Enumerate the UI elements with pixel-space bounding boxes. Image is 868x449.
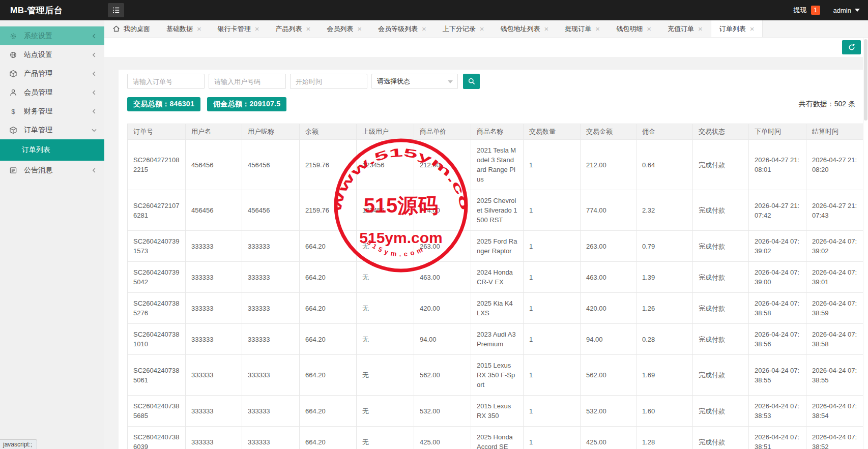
gear-icon xyxy=(9,32,17,40)
table-cell: 无 xyxy=(357,231,414,262)
table-cell: 420.00 xyxy=(581,293,636,324)
tab-updown-records[interactable]: 上下分记录× xyxy=(435,20,493,37)
table-cell: 664.20 xyxy=(300,396,357,427)
user-menu[interactable]: admin xyxy=(833,7,860,14)
table-cell: 94.00 xyxy=(414,324,471,355)
tab-bank-card[interactable]: 银行卡管理× xyxy=(210,20,268,37)
search-button[interactable] xyxy=(463,74,480,89)
table-cell: 1.28 xyxy=(636,427,693,449)
table-cell: 2025 Ford Ranger Raptor xyxy=(471,231,524,262)
tab-wallet-details[interactable]: 钱包明细× xyxy=(608,20,659,37)
table-cell: SC26042407385061 xyxy=(128,355,186,396)
table-cell: 456456 xyxy=(242,190,300,231)
table-row: SC26042407385685333333333333664.20无532.0… xyxy=(128,396,863,427)
tab-close-icon[interactable]: × xyxy=(255,25,259,33)
tab-label: 充值订单 xyxy=(668,24,694,34)
sidebar-item-site-settings[interactable]: 站点设置 xyxy=(0,45,104,64)
refresh-button[interactable] xyxy=(842,40,861,54)
table-cell: 1 xyxy=(524,231,581,262)
tab-desktop[interactable]: 我的桌面 xyxy=(104,20,158,37)
tab-close-icon[interactable]: × xyxy=(480,25,484,33)
table-cell: 0.64 xyxy=(636,140,693,190)
sidebar-menu: 系统设置站点设置产品管理会员管理$财务管理订单管理订单列表公告消息 xyxy=(0,26,104,179)
table-header-row: 订单号用户名用户昵称余额上级用户商品单价商品名称交易数量交易金额佣金交易状态下单… xyxy=(128,124,863,140)
tab-member-list[interactable]: 会员列表× xyxy=(319,20,370,37)
sidebar-item-label: 订单管理 xyxy=(24,126,91,135)
table-cell: 123456 xyxy=(357,190,414,231)
table-cell: 2026-04-24 07:38:55 xyxy=(806,355,863,396)
sidebar-subitem-order-list[interactable]: 订单列表 xyxy=(0,139,104,161)
total-count: 共有数据：502 条 xyxy=(799,100,855,109)
user-no-input[interactable] xyxy=(209,74,286,89)
table-cell: 333333 xyxy=(242,231,300,262)
sidebar-item-notice-message[interactable]: 公告消息 xyxy=(0,161,104,179)
table-row: SC260427210822154564564564562159.7612345… xyxy=(128,140,863,190)
column-header: 上级用户 xyxy=(357,124,414,140)
tab-order-list[interactable]: 订单列表× xyxy=(711,20,763,37)
page-scrollbar[interactable] xyxy=(863,38,868,449)
table-cell: 664.20 xyxy=(300,355,357,396)
sidebar-item-finance-management[interactable]: $财务管理 xyxy=(0,102,104,121)
table-cell: 333333 xyxy=(186,262,242,293)
tab-label: 会员列表 xyxy=(327,24,353,34)
table-cell: 123456 xyxy=(357,140,414,190)
table-cell: 456456 xyxy=(186,190,242,231)
tab-bar: 我的桌面基础数据×银行卡管理×产品列表×会员列表×会员等级列表×上下分记录×钱包… xyxy=(104,20,868,38)
table-cell: 263.00 xyxy=(414,231,471,262)
table-cell: SC26042407391573 xyxy=(128,231,186,262)
table-cell: 完成付款 xyxy=(693,190,749,231)
sidebar-subitem-label: 订单列表 xyxy=(22,145,50,155)
chevron-down-icon xyxy=(855,9,860,12)
table-cell: 2159.76 xyxy=(300,190,357,231)
order-no-input[interactable] xyxy=(127,74,205,89)
tab-member-level-list[interactable]: 会员等级列表× xyxy=(370,20,435,37)
table-cell: 664.20 xyxy=(300,231,357,262)
main-area: 我的桌面基础数据×银行卡管理×产品列表×会员列表×会员等级列表×上下分记录×钱包… xyxy=(104,20,868,449)
table-cell: 333333 xyxy=(186,231,242,262)
table-cell: 完成付款 xyxy=(693,262,749,293)
tab-close-icon[interactable]: × xyxy=(197,25,201,33)
username: admin xyxy=(833,7,851,14)
table-cell: 完成付款 xyxy=(693,324,749,355)
tab-close-icon[interactable]: × xyxy=(306,25,311,33)
sidebar-item-label: 站点设置 xyxy=(24,50,91,59)
tab-label: 基础数据 xyxy=(166,24,193,34)
table-cell: 664.20 xyxy=(300,324,357,355)
stats-row: 交易总额：846301 佣金总额：209107.5 共有数据：502 条 xyxy=(127,97,855,111)
menu-toggle-button[interactable] xyxy=(108,3,124,17)
trade-total-badge: 交易总额：846301 xyxy=(127,97,200,111)
table-cell: SC26042407385276 xyxy=(128,293,186,324)
scrollbar-thumb[interactable] xyxy=(864,39,867,121)
tab-close-icon[interactable]: × xyxy=(422,25,426,33)
tab-close-icon[interactable]: × xyxy=(595,25,600,33)
table-cell: 1.26 xyxy=(636,293,693,324)
tab-recharge-orders[interactable]: 充值订单× xyxy=(659,20,711,37)
table-cell: 1 xyxy=(524,262,581,293)
tab-close-icon[interactable]: × xyxy=(698,25,703,33)
table-cell: 2.32 xyxy=(636,190,693,231)
start-time-input[interactable] xyxy=(290,74,367,89)
sidebar-item-order-management[interactable]: 订单管理 xyxy=(0,121,104,139)
tab-close-icon[interactable]: × xyxy=(357,25,362,33)
sidebar-item-label: 会员管理 xyxy=(24,88,91,97)
tab-label: 提现订单 xyxy=(565,24,591,34)
tab-label: 银行卡管理 xyxy=(218,24,251,34)
withdraw-shortcut[interactable]: 提现 1 xyxy=(794,6,820,15)
sidebar-item-product-management[interactable]: 产品管理 xyxy=(0,64,104,83)
tab-close-icon[interactable]: × xyxy=(544,25,549,33)
tab-close-icon[interactable]: × xyxy=(750,25,755,33)
site-icon xyxy=(9,51,17,59)
sidebar-item-member-management[interactable]: 会员管理 xyxy=(0,83,104,102)
tab-product-list[interactable]: 产品列表× xyxy=(268,20,319,37)
table-cell: 2026-04-27 21:08:20 xyxy=(806,140,863,190)
table-cell: 2026-04-24 07:38:53 xyxy=(749,396,806,427)
status-select[interactable]: 请选择状态 xyxy=(371,74,458,89)
table-cell: 425.00 xyxy=(581,427,636,449)
tab-close-icon[interactable]: × xyxy=(647,25,651,33)
tab-basic-data[interactable]: 基础数据× xyxy=(158,20,210,37)
sidebar-item-system-settings[interactable]: 系统设置 xyxy=(0,26,104,45)
tab-withdraw-orders[interactable]: 提现订单× xyxy=(557,20,608,37)
table-cell: 2026-04-24 07:38:56 xyxy=(749,324,806,355)
table-cell: 1 xyxy=(524,355,581,396)
tab-wallet-address-list[interactable]: 钱包地址列表× xyxy=(493,20,557,37)
